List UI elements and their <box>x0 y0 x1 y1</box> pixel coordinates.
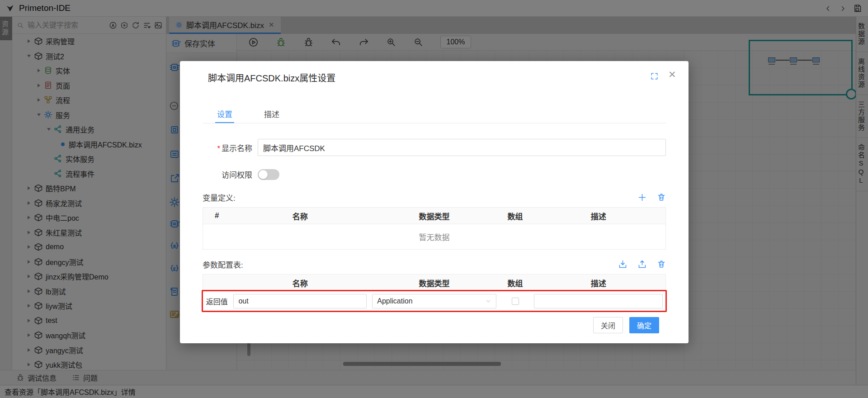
ok-button[interactable]: 确定 <box>629 317 659 333</box>
param-row-return-value: 返回值 Application <box>203 291 665 311</box>
display-name-input[interactable] <box>258 139 666 156</box>
access-label: 访问权限 <box>203 169 252 180</box>
column-header: # <box>203 208 231 224</box>
params-table: 名称 数据类型 数组 描述 返回值 Application <box>203 274 666 311</box>
import-params-icon[interactable] <box>618 260 627 269</box>
delete-param-icon[interactable] <box>657 260 666 269</box>
column-header: 数组 <box>499 275 532 291</box>
column-header: 名称 <box>231 275 369 291</box>
variables-label: 变量定义: <box>203 192 236 203</box>
display-name-row: *显示名称 <box>203 139 666 156</box>
param-datatype-select[interactable]: Application <box>372 294 496 308</box>
params-label: 参数配置表: <box>203 259 243 270</box>
column-header: 描述 <box>531 208 665 224</box>
required-asterisk: * <box>217 144 220 153</box>
column-header: 名称 <box>231 208 369 224</box>
fullscreen-icon[interactable] <box>650 72 659 81</box>
close-button[interactable]: 关闭 <box>593 317 623 333</box>
variables-table-header: # 名称 数据类型 数组 描述 <box>203 208 665 224</box>
variables-section-header: 变量定义: <box>203 192 666 203</box>
tab-description[interactable]: 描述 <box>262 104 281 123</box>
param-datatype-value: Application <box>377 297 412 305</box>
column-header <box>203 275 231 291</box>
column-header: 描述 <box>531 275 665 291</box>
properties-dialog: 脚本调用AFCSDK.bizx属性设置 ✕ 设置 描述 *显示名称 访问权限 变… <box>180 61 689 343</box>
dialog-tabs: 设置 描述 <box>203 104 666 123</box>
param-array-checkbox[interactable] <box>512 298 519 305</box>
column-header: 数组 <box>499 208 532 224</box>
access-row: 访问权限 <box>203 169 666 180</box>
access-toggle[interactable] <box>258 169 279 180</box>
close-icon[interactable]: ✕ <box>668 69 676 80</box>
param-kind: 返回值 <box>203 291 231 311</box>
tab-settings[interactable]: 设置 <box>215 104 234 123</box>
param-name-input[interactable] <box>233 294 367 308</box>
dialog-title: 脚本调用AFCSDK.bizx属性设置 <box>208 71 335 84</box>
delete-variable-icon[interactable] <box>657 193 666 202</box>
variables-table: # 名称 数据类型 数组 描述 暂无数据 <box>203 207 666 250</box>
empty-state: 暂无数据 <box>203 224 665 250</box>
display-name-label: *显示名称 <box>203 142 252 153</box>
column-header: 数据类型 <box>369 275 499 291</box>
export-params-icon[interactable] <box>637 260 647 269</box>
column-header: 数据类型 <box>369 208 499 224</box>
chevron-down-icon <box>485 298 491 304</box>
primeton-ide-window: Primeton-IDE 资源 采购管理 测试2 实体 页面 <box>0 0 868 398</box>
add-variable-icon[interactable] <box>637 193 647 202</box>
param-description-input[interactable] <box>534 294 663 308</box>
params-table-header: 名称 数据类型 数组 描述 <box>203 275 665 291</box>
params-section-header: 参数配置表: <box>203 259 666 270</box>
